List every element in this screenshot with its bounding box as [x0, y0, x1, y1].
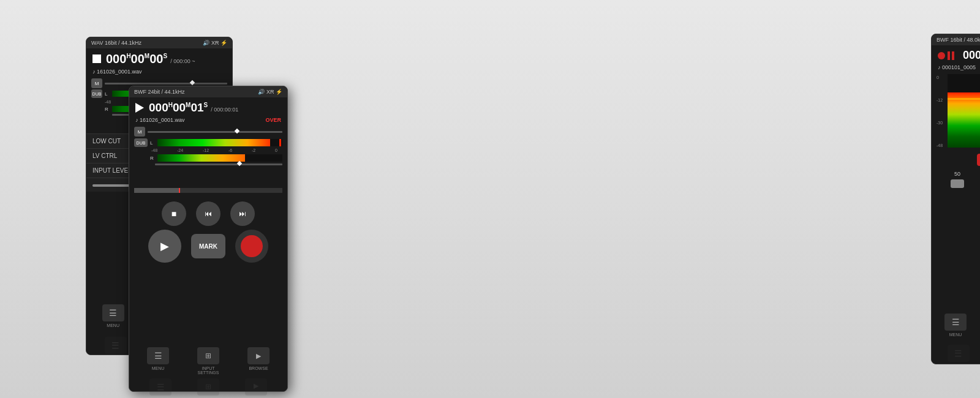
back-right-bottom: MENU ⊞ INPUTSETTINGS ≡ INPUTLEVEL ▶ BROW… — [932, 309, 980, 364]
menu-btn-br[interactable]: MENU — [944, 314, 967, 341]
dub-badge: DUB — [91, 89, 102, 98]
fader-handle-l — [951, 179, 964, 188]
back-right-bottom-buttons: MENU ⊞ INPUTSETTINGS ≡ INPUTLEVEL ▶ BROW… — [932, 309, 980, 342]
menu-label-bl: MENU — [107, 323, 119, 328]
browse-button-fl[interactable]: ▶ BROWSE — [247, 347, 270, 375]
fwd-button-fl[interactable]: ⏭ — [230, 201, 255, 226]
back-left-format: WAV 16bit / 44.1kHz — [91, 40, 141, 46]
back-left-total: / 000:00 ~ — [170, 58, 195, 64]
menu-icon-fl — [147, 347, 169, 364]
front-left-header: BWF 24bit / 44.1kHz 🔊 XR ⚡ — [129, 86, 287, 97]
front-left-meters: M DUB L -48 — [129, 124, 287, 186]
scene: WAV 16bit / 44.1kHz 🔊 XR ⚡ 000H00M00S / … — [0, 0, 980, 398]
front-left-total: / 000:00:01 — [211, 107, 238, 113]
vu-ch-l — [948, 74, 980, 148]
back-right-faders: 50 50 50 50 — [932, 168, 980, 266]
front-left-transport1: ■ ⏮ ⏭ — [129, 195, 287, 230]
rec-button-fl[interactable] — [235, 230, 268, 263]
vu-bars-br — [948, 74, 980, 148]
dub-badge-fl: DUB — [134, 138, 148, 147]
back-right-format: BWF 16bit / 48.0kHz — [937, 37, 980, 43]
front-left-filename: ♪ 161026_0001.wav OVER — [129, 116, 287, 124]
play-indicator — [135, 103, 144, 113]
mark-label-fl: MARK — [199, 243, 217, 250]
pause-icon-br — [948, 51, 954, 60]
back-right-filename: ♪ 000101_0005 — [932, 63, 980, 72]
br-reflection: ⊞ ≡ ▶ — [932, 342, 980, 368]
back-left-header: WAV 16bit / 44.1kHz 🔊 XR ⚡ — [86, 37, 232, 48]
front-left-bottom-buttons: MENU ⊞ INPUTSETTINGS ▶ BROWSE — [129, 342, 287, 376]
front-left-progress — [134, 188, 282, 193]
input-level-label: INPUT LEVEL — [92, 167, 132, 174]
browse-icon-fl: ▶ — [247, 347, 270, 364]
m-badge: M — [91, 78, 102, 88]
rew-button-fl[interactable]: ⏮ — [196, 201, 221, 226]
front-left-transport2: ▶ MARK — [129, 230, 287, 268]
progress-marker — [179, 188, 180, 193]
menu-button-fl[interactable]: MENU — [147, 347, 169, 375]
back-left-time-row: 000H00M00S / 000:00 ~ — [86, 48, 232, 67]
fl-meter-l — [157, 139, 270, 146]
device-front-left: BWF 24bit / 44.1kHz 🔊 XR ⚡ 000H00M01S / … — [129, 86, 288, 392]
device-back-right: BWF 16bit / 48.0kHz XR ⚡ 000H00M00S / 00… — [931, 34, 980, 364]
bottom-reflection-fl: ⊞ ▶ — [129, 376, 287, 398]
menu-icon-br — [944, 314, 967, 331]
back-right-time-row: 000H00M00S / 002:30 ~ — [932, 45, 980, 63]
play-button-fl[interactable]: ▶ — [148, 230, 181, 263]
front-left-bottom: MENU ⊞ INPUTSETTINGS ▶ BROWSE — [129, 342, 287, 391]
input-settings-button-fl[interactable]: ⊞ INPUTSETTINGS — [197, 347, 219, 375]
front-left-icons: 🔊 XR ⚡ — [258, 89, 282, 95]
back-right-header: BWF 16bit / 48.0kHz XR ⚡ — [932, 34, 980, 45]
front-left-time-row: 000H00M01S / 000:00:01 — [129, 97, 287, 116]
ch-l-btn-br[interactable]: L — [977, 154, 980, 166]
play-icon-fl: ▶ — [160, 239, 169, 253]
fader-l-br: 50 — [939, 171, 976, 179]
rew-icon-fl: ⏮ — [205, 209, 212, 218]
back-left-icons: 🔊 XR ⚡ — [203, 40, 227, 46]
m-badge-fl: M — [134, 127, 145, 137]
back-left-filename: ♪ 161026_0001.wav — [86, 67, 232, 76]
meter-diamond — [190, 80, 195, 84]
stop-button-fl[interactable]: ■ — [162, 201, 186, 226]
back-right-channel-btns: L R 1 2 — [932, 151, 980, 168]
menu-button-bl[interactable]: MENU — [102, 304, 124, 332]
vu-scale-br: 0 -12 -30 -48 — [937, 74, 946, 149]
front-left-time: 000H00M01S — [149, 101, 208, 115]
fl-meter-r — [157, 154, 245, 162]
over-badge-left: OVER — [265, 117, 281, 123]
stop-icon-fl: ■ — [172, 209, 176, 219]
input-settings-icon-fl: ⊞ — [197, 347, 219, 364]
back-right-vu-meters: 0 -12 -30 -48 — [932, 72, 980, 151]
stop-indicator — [92, 54, 101, 63]
back-right-time: 000H00M00S — [963, 49, 980, 62]
back-left-time: 000H00M00S — [106, 52, 167, 66]
menu-icon-bl — [102, 304, 124, 321]
rec-dot-br — [938, 52, 945, 59]
progress-fill — [134, 188, 179, 193]
mark-button-fl[interactable]: MARK — [191, 234, 225, 258]
front-left-format: BWF 24bit / 44.1kHz — [134, 89, 185, 95]
rec-inner-fl — [241, 235, 263, 257]
fwd-icon-fl: ⏭ — [239, 209, 246, 218]
